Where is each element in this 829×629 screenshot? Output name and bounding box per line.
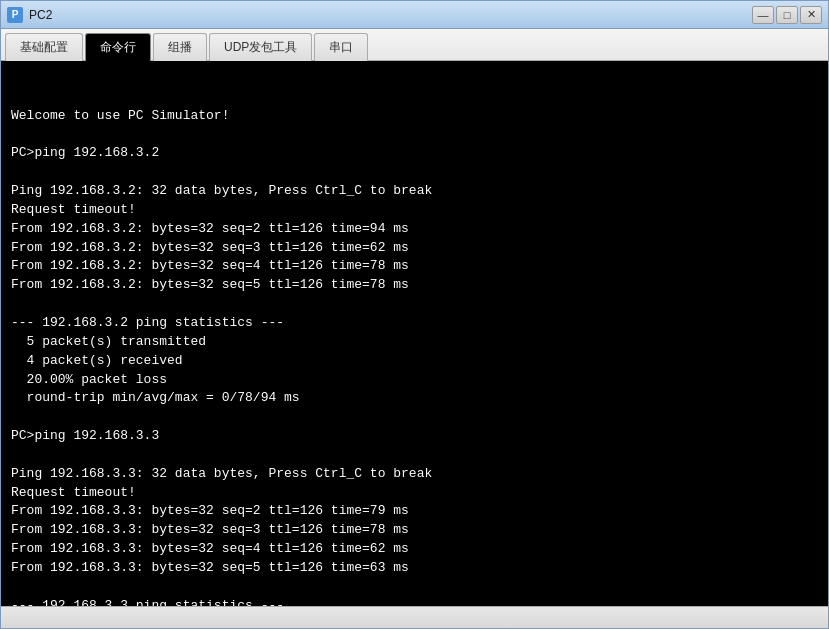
status-bar bbox=[1, 606, 828, 628]
tab-group[interactable]: 组播 bbox=[153, 33, 207, 61]
terminal-output[interactable]: Welcome to use PC Simulator! PC>ping 192… bbox=[1, 61, 828, 606]
minimize-button[interactable]: — bbox=[752, 6, 774, 24]
maximize-button[interactable]: □ bbox=[776, 6, 798, 24]
tab-udp[interactable]: UDP发包工具 bbox=[209, 33, 312, 61]
terminal-text: Welcome to use PC Simulator! PC>ping 192… bbox=[11, 107, 818, 606]
window-icon: P bbox=[7, 7, 23, 23]
tab-serial[interactable]: 串口 bbox=[314, 33, 368, 61]
window-controls: — □ ✕ bbox=[752, 6, 822, 24]
window-title: PC2 bbox=[29, 8, 52, 22]
main-window: P PC2 — □ ✕ 基础配置 命令行 组播 UDP发包工具 串口 Welco… bbox=[0, 0, 829, 629]
tab-command[interactable]: 命令行 bbox=[85, 33, 151, 61]
title-bar-left: P PC2 bbox=[7, 7, 52, 23]
tab-bar: 基础配置 命令行 组播 UDP发包工具 串口 bbox=[1, 29, 828, 61]
close-button[interactable]: ✕ bbox=[800, 6, 822, 24]
title-bar: P PC2 — □ ✕ bbox=[1, 1, 828, 29]
tab-basic[interactable]: 基础配置 bbox=[5, 33, 83, 61]
